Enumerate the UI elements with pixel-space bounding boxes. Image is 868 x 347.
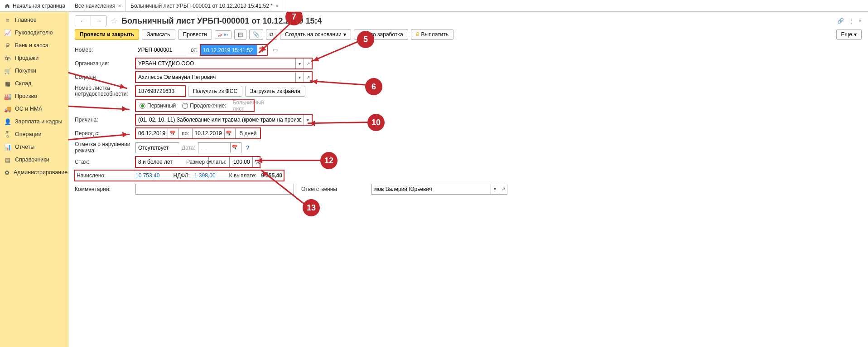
responsible-input[interactable] (372, 184, 491, 194)
sidebar-item-salary[interactable]: 👤Зарплата и кадры (0, 115, 68, 128)
date-input[interactable] (201, 45, 257, 56)
row-comment: Комментарий: Ответственны ▾ ↗ (75, 184, 862, 195)
chevron-down-icon[interactable]: ▾ (295, 72, 304, 82)
sheet-no-input[interactable] (135, 86, 185, 97)
sidebar-item-warehouse[interactable]: ▦Склад (0, 77, 68, 90)
row-accrued: Начислено: 10 753,40 НДФЛ: 1 398,00 К вы… (75, 170, 284, 181)
more-menu-icon[interactable]: ⋮ (849, 18, 854, 24)
radio-primary-label: Первичный (147, 103, 176, 109)
chevron-down-icon[interactable]: ▾ (295, 59, 304, 68)
org-combo[interactable]: ▾ ↗ (135, 58, 312, 69)
period-to-field[interactable]: 📅 (192, 128, 236, 139)
tab-list[interactable]: Все начисления × (70, 0, 126, 11)
attach-button[interactable]: 📎 (249, 29, 263, 40)
period-to-input[interactable] (193, 128, 224, 138)
callout-5: 5 (357, 31, 374, 48)
tab-doc[interactable]: Больничный лист УРБП-000001 от 10.12.201… (126, 0, 283, 11)
label-number: Номер: (75, 47, 133, 53)
close-doc-icon[interactable]: × (858, 18, 862, 24)
get-fss-button[interactable]: Получить из ФСС (188, 86, 242, 97)
ruble-icon: ₽ (5, 42, 11, 49)
employee-combo[interactable]: ▾ ↗ (135, 72, 312, 83)
title-row: ← → ☆ Больничный лист УРБП-000001 от 10.… (75, 15, 862, 26)
radio-continuation[interactable]: Продолжение: (182, 103, 226, 109)
dtkt-button[interactable]: ДтКт (215, 30, 231, 39)
period-from-input[interactable] (136, 128, 168, 138)
radio-dot-off-icon (182, 103, 188, 109)
sidebar-item-assets[interactable]: 🚚ОС и НМА (0, 103, 68, 115)
callout-num: 10 (371, 118, 381, 127)
sidebar-item-sales[interactable]: 🛍Продажи (0, 52, 68, 64)
sidebar-label: Банк и касса (15, 42, 48, 49)
violation-date-input[interactable] (198, 143, 230, 153)
seniority-combo[interactable]: ▾ (135, 156, 183, 167)
close-icon[interactable]: × (118, 3, 121, 9)
chevron-down-icon[interactable]: ▾ (491, 184, 499, 194)
reason-input[interactable] (136, 115, 304, 125)
sick-sheet-link: Больничный лист (232, 99, 264, 112)
nav-buttons: ← → (75, 15, 107, 26)
chevron-down-icon: ▾ (343, 31, 346, 38)
sidebar-label: Отчеты (15, 144, 34, 150)
create-based-button[interactable]: Создать на основании ▾ (280, 29, 351, 40)
calendar-icon[interactable]: 📅 (230, 143, 239, 153)
create-based-label: Создать на основании (285, 31, 342, 38)
ndfl-link[interactable]: 1 398,00 (194, 172, 216, 179)
nav-forward[interactable]: → (91, 16, 106, 26)
calendar-icon[interactable]: 📅 (168, 128, 177, 138)
help-icon[interactable]: ? (244, 145, 251, 151)
tab-home-label: Начальная страница (13, 3, 65, 9)
violation-combo[interactable]: … (135, 142, 179, 153)
label-reason: Причина: (75, 117, 133, 123)
label-to-pay: К выплате: (229, 172, 257, 179)
load-file-button[interactable]: Загрузить из файла (245, 86, 305, 97)
radio-primary[interactable]: Первичный (140, 103, 176, 109)
org-info-icon[interactable]: ▭ (273, 47, 278, 53)
sidebar-label: Зарплата и кадры (15, 118, 63, 125)
sidebar-item-bank[interactable]: ₽Банк и касса (0, 39, 68, 52)
row-period: Период с: 📅 по: 📅 5 дней (75, 128, 862, 139)
sidebar-item-main[interactable]: ≡Главное (0, 14, 68, 26)
tab-home[interactable]: Начальная страница (0, 0, 70, 11)
label-org: Организация: (75, 60, 133, 67)
link-icon[interactable]: 🔗 (837, 18, 844, 24)
sidebar-label: Операции (15, 131, 41, 137)
comment-input[interactable] (135, 184, 294, 195)
date-field[interactable]: 📅 (200, 44, 267, 55)
save-button[interactable]: Записать (142, 29, 175, 40)
open-ref-icon[interactable]: ↗ (499, 184, 507, 194)
sidebar-item-refs[interactable]: ▤Справочники (0, 153, 68, 166)
responsible-combo[interactable]: ▾ ↗ (371, 184, 507, 195)
radio-continuation-label: Продолжение: (190, 103, 226, 109)
org-input[interactable] (136, 59, 295, 68)
related-button[interactable]: ⧉ (266, 29, 277, 40)
employee-input[interactable] (136, 72, 295, 82)
post-and-close-button[interactable]: Провести и закрыть (75, 29, 139, 40)
post-button[interactable]: Провести (178, 29, 212, 40)
sidebar-item-admin[interactable]: ✿Администрирование (0, 166, 68, 179)
sidebar-item-reports[interactable]: 📊Отчеты (0, 141, 68, 153)
number-input[interactable] (135, 44, 185, 55)
pay-button[interactable]: ₽ Выплатить (411, 29, 454, 40)
period-from-field[interactable]: 📅 (135, 128, 179, 139)
sidebar-label: Произво (15, 93, 37, 99)
accrued-link[interactable]: 10 753,40 (135, 172, 159, 179)
close-icon[interactable]: × (275, 3, 278, 9)
sidebar-item-purchases[interactable]: 🛒Покупки (0, 64, 68, 77)
reason-combo[interactable]: ▾ (135, 114, 312, 125)
label-pay-rate: Размер оплаты: (186, 159, 227, 165)
favorite-star-icon[interactable]: ☆ (111, 16, 118, 26)
row-reason: Причина: ▾ (75, 114, 862, 125)
pay-rate-input[interactable] (229, 156, 253, 167)
nav-back[interactable]: ← (75, 16, 91, 26)
label-comment: Комментарий: (75, 186, 133, 192)
calendar-icon[interactable]: 📅 (224, 128, 233, 138)
sidebar-item-manager[interactable]: 📈Руководителю (0, 26, 68, 39)
factory-icon: 🏭 (5, 93, 11, 99)
violation-date-field[interactable]: 📅 (198, 142, 241, 153)
sidebar-item-production[interactable]: 🏭Произво (0, 90, 68, 103)
doc-struct-button[interactable]: ▤ (234, 29, 246, 40)
label-period-to: по: (182, 130, 189, 137)
more-button[interactable]: Еще ▾ (836, 29, 862, 40)
sidebar-item-operations[interactable]: ДтКтОперации (0, 128, 68, 141)
